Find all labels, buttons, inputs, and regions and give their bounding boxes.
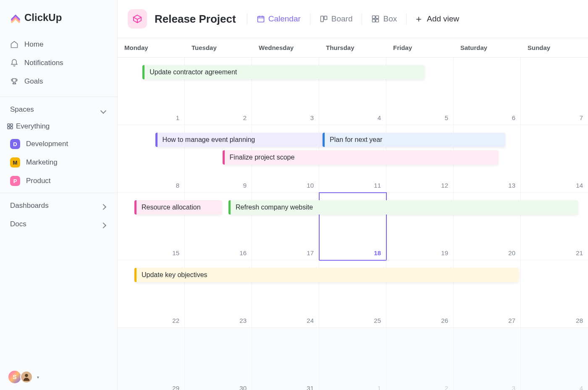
day-number: 29 (172, 385, 179, 390)
space-badge: M (10, 157, 20, 168)
sidebar-space-product[interactable]: PProduct (0, 172, 117, 190)
view-box-label: Box (383, 14, 397, 24)
day-number: 31 (307, 385, 314, 390)
nav-home[interactable]: Home (0, 35, 117, 54)
docs-header[interactable]: Docs (0, 214, 117, 233)
topbar: Release Project Calendar Board Box ＋ Add… (118, 0, 588, 38)
chevron-right-icon (101, 203, 107, 209)
day-number: 18 (374, 249, 381, 257)
docs-label: Docs (10, 220, 26, 228)
weekday-header: Tuesday (185, 38, 252, 57)
day-number: 28 (576, 317, 583, 324)
calendar-event[interactable]: Finalize project scope (223, 150, 498, 165)
add-view-button[interactable]: ＋ Add view (414, 14, 459, 24)
sidebar-everything-label: Everything (16, 122, 50, 131)
day-cell[interactable]: 29 (118, 328, 185, 390)
day-number: 1 (176, 114, 179, 121)
nav-goals[interactable]: Goals (0, 72, 117, 91)
day-cell[interactable]: 1 (319, 328, 386, 390)
day-number: 9 (243, 182, 247, 189)
view-box[interactable]: Box (370, 13, 399, 25)
weekday-header: Friday (386, 38, 454, 57)
spaces-header[interactable]: Spaces (0, 99, 117, 118)
calendar-event[interactable]: Update key objectives (134, 268, 519, 282)
event-title: How to manage event planning (158, 136, 260, 144)
nav-notifications-label: Notifications (24, 59, 63, 67)
calendar: MondayTuesdayWednesdayThursdayFridaySatu… (118, 38, 588, 390)
weekday-header: Monday (118, 38, 185, 57)
dashboards-header[interactable]: Dashboards (0, 196, 117, 214)
space-label: Development (26, 140, 68, 148)
event-title: Resource allocation (136, 204, 206, 211)
svg-rect-4 (373, 16, 375, 19)
sidebar-everything[interactable]: Everything (0, 118, 117, 135)
project-title: Release Project (155, 13, 236, 26)
logo[interactable]: ClickUp (0, 12, 117, 32)
svg-rect-3 (324, 16, 327, 19)
day-number: 3 (512, 385, 515, 390)
calendar-event[interactable]: Refresh company website (228, 200, 578, 215)
day-cell[interactable]: 6 (454, 58, 521, 125)
weekday-header: Wednesday (252, 38, 319, 57)
event-title: Update key objectives (136, 271, 213, 279)
nav-goals-label: Goals (24, 77, 43, 86)
day-number: 25 (374, 317, 381, 324)
day-number: 2 (445, 385, 448, 390)
view-calendar-label: Calendar (268, 14, 301, 24)
day-number: 7 (580, 114, 583, 121)
day-number: 19 (441, 249, 448, 257)
view-calendar[interactable]: Calendar (255, 13, 302, 25)
box-icon (371, 15, 380, 23)
svg-point-0 (25, 374, 28, 377)
day-cell[interactable]: 31 (252, 328, 319, 390)
svg-rect-7 (376, 19, 379, 22)
logo-icon (10, 12, 21, 23)
bell-icon (10, 59, 18, 67)
project-icon (128, 9, 147, 29)
sidebar-space-marketing[interactable]: MMarketing (0, 153, 117, 172)
sidebar-space-development[interactable]: DDevelopment (0, 135, 117, 153)
caret-down-icon: ▾ (37, 375, 39, 380)
dashboards-label: Dashboards (10, 202, 49, 210)
day-number: 26 (441, 317, 448, 324)
day-cell[interactable]: 28 (521, 260, 588, 328)
avatar (20, 371, 33, 383)
avatar: S (8, 371, 21, 383)
trophy-icon (10, 77, 18, 86)
calendar-event[interactable]: How to manage event planning (155, 133, 323, 147)
weekday-header: Thursday (319, 38, 386, 57)
day-cell[interactable]: 4 (521, 328, 588, 390)
add-view-label: Add view (427, 14, 459, 24)
nav-notifications[interactable]: Notifications (0, 54, 117, 72)
sidebar: ClickUp Home Notifications Goals Spaces … (0, 0, 118, 390)
sidebar-footer[interactable]: S ▾ (0, 364, 117, 390)
day-cell[interactable]: 3 (454, 328, 521, 390)
day-number: 2 (243, 114, 247, 121)
calendar-event[interactable]: Resource allocation (134, 200, 222, 215)
day-number: 15 (172, 249, 179, 257)
logo-text: ClickUp (24, 12, 62, 24)
day-cell[interactable]: 2 (386, 328, 454, 390)
view-board-label: Board (331, 14, 353, 24)
view-board[interactable]: Board (318, 13, 354, 25)
event-title: Plan for next year (325, 136, 387, 144)
day-cell[interactable]: 30 (185, 328, 252, 390)
nav-home-label: Home (24, 40, 43, 49)
event-title: Refresh company website (231, 204, 318, 211)
day-number: 13 (508, 182, 515, 189)
day-number: 1 (378, 385, 381, 390)
svg-rect-1 (257, 16, 264, 22)
day-number: 20 (508, 249, 515, 257)
plus-icon: ＋ (414, 14, 423, 24)
day-number: 16 (239, 249, 247, 257)
spaces-header-label: Spaces (10, 105, 34, 114)
calendar-icon (257, 15, 265, 23)
day-cell[interactable]: 7 (521, 58, 588, 125)
day-number: 4 (580, 385, 583, 390)
calendar-event[interactable]: Plan for next year (323, 133, 505, 147)
svg-rect-5 (376, 16, 379, 19)
calendar-event[interactable]: Update contractor agreement (142, 65, 425, 79)
day-cell[interactable]: 14 (521, 125, 588, 193)
day-number: 22 (172, 317, 179, 324)
chevron-right-icon (101, 221, 107, 227)
